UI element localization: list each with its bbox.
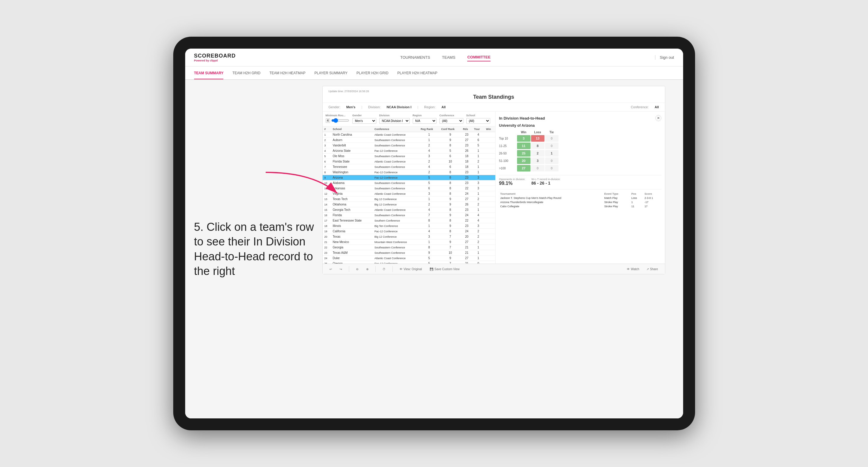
stats-row: Opponents in division: 99.1% W-L-T recor… xyxy=(499,175,661,186)
h2h-51100-loss: 3 xyxy=(531,157,545,164)
table-row[interactable]: 18 Illinois Big Ten Conference 1 9 23 3 xyxy=(322,223,495,229)
tab-team-summary[interactable]: TEAM SUMMARY xyxy=(194,67,224,79)
h2h-1125-tie: 0 xyxy=(545,143,558,149)
division-select-group: Division NCAA Division I xyxy=(379,114,410,124)
h2h-col-tie: Tie xyxy=(545,131,558,134)
record-stat: W-L-T record in-division: 86 - 26 - 1 xyxy=(531,178,561,186)
table-row[interactable]: 7 Tennessee Southeastern Conference 4 6 … xyxy=(322,164,495,170)
nav-teams[interactable]: TEAMS xyxy=(442,54,455,61)
table-row[interactable]: 2 Auburn Southeastern Conference 1 9 27 … xyxy=(322,137,495,143)
cell-win xyxy=(484,170,495,175)
cell-win xyxy=(484,148,495,154)
cell-win xyxy=(484,191,495,196)
min-rounds-group: Minimum Rou... 4 xyxy=(326,114,349,124)
table-row[interactable]: 20 Texas Big 12 Conference 3 7 20 2 xyxy=(322,234,495,240)
table-row[interactable]: 13 Texas Tech Big 12 Conference 1 9 27 2 xyxy=(322,196,495,202)
cell-rds: 18 xyxy=(461,159,472,164)
cell-rds: 20 xyxy=(461,234,472,240)
h2h-team-name: University of Arizona xyxy=(499,123,661,128)
conference-filter-label: Conference: xyxy=(631,105,649,109)
cell-win xyxy=(484,229,495,234)
cell-school: Texas A&M xyxy=(331,250,373,255)
view-original-button[interactable]: 👁 View: Original xyxy=(397,267,425,272)
save-custom-button[interactable]: 💾 Save Custom View xyxy=(427,267,462,272)
table-row[interactable]: 10 Alabama Southeastern Conference 5 8 2… xyxy=(322,180,495,186)
cell-conf-rank: 5 xyxy=(439,148,461,154)
cell-conference: Atlantic Coast Conference xyxy=(373,159,419,164)
col-tour: Tour xyxy=(472,126,484,132)
table-row[interactable]: 19 California Pac-12 Conference 4 8 24 2 xyxy=(322,229,495,234)
table-row[interactable]: 9 Arizona Pac-12 Conference 5 8 23 3 xyxy=(322,175,495,180)
share-button[interactable]: ↗ Share xyxy=(644,267,660,272)
region-filter-val: All xyxy=(442,105,446,109)
table-row[interactable]: 24 Duke Atlantic Coast Conference 5 9 27… xyxy=(322,255,495,261)
cell-rds: 23 xyxy=(461,170,472,175)
table-row[interactable]: 11 Arkansas Southeastern Conference 6 8 … xyxy=(322,186,495,191)
tab-team-h2h-grid[interactable]: TEAM H2H GRID xyxy=(232,67,260,79)
cell-tour: 2 xyxy=(472,240,484,245)
min-rounds-slider[interactable] xyxy=(331,118,349,123)
h2h-close-button[interactable]: ✕ xyxy=(655,115,661,121)
tab-player-h2h-grid[interactable]: PLAYER H2H GRID xyxy=(356,67,388,79)
zoom-in-button[interactable]: ⊕ xyxy=(364,267,371,272)
table-row[interactable]: 25 Oregon Pac-12 Conference 5 7 21 0 xyxy=(322,261,495,264)
cell-tour: 4 xyxy=(472,218,484,223)
cell-conference: Southeastern Conference xyxy=(373,245,419,250)
cell-rds: 22 xyxy=(461,186,472,191)
table-row[interactable]: 23 Texas A&M Southeastern Conference 9 1… xyxy=(322,250,495,255)
cell-reg-rank: 1 xyxy=(419,240,439,245)
cell-rds: 23 xyxy=(461,143,472,148)
cell-win xyxy=(484,180,495,186)
cell-conference: Atlantic Coast Conference xyxy=(373,132,419,137)
cell-tour: 2 xyxy=(472,202,484,207)
zoom-out-button[interactable]: ⊖ xyxy=(354,267,361,272)
table-row[interactable]: 15 Georgia Tech Atlantic Coast Conferenc… xyxy=(322,207,495,213)
table-row[interactable]: 5 Ole Miss Southeastern Conference 3 6 1… xyxy=(322,154,495,159)
table-row[interactable]: 12 Virginia Atlantic Coast Conference 3 … xyxy=(322,191,495,196)
tab-player-h2h-heatmap[interactable]: PLAYER H2H HEATMAP xyxy=(398,67,437,79)
col-rds: Rds xyxy=(461,126,472,132)
cell-rds: 24 xyxy=(461,229,472,234)
h2h-col-win: Win xyxy=(517,131,530,134)
school-select[interactable]: (All) xyxy=(466,118,490,124)
cell-conf-rank: 8 xyxy=(439,175,461,180)
sign-out[interactable]: Sign out xyxy=(655,55,674,60)
table-row[interactable]: 1 North Carolina Atlantic Coast Conferen… xyxy=(322,132,495,137)
redo-button[interactable]: ↪ xyxy=(337,267,344,272)
table-row[interactable]: 21 New Mexico Mountain West Conference 1… xyxy=(322,240,495,245)
table-row[interactable]: 17 East Tennessee State Southern Confere… xyxy=(322,218,495,223)
table-row[interactable]: 8 Washington Pac-12 Conference 2 8 23 1 xyxy=(322,170,495,175)
col-event-type: Event Type xyxy=(603,192,630,196)
col-score: Score xyxy=(644,192,661,196)
nav-committee[interactable]: COMMITTEE xyxy=(467,53,491,61)
h2h-row-100plus: >100 27 0 0 xyxy=(499,165,661,172)
table-row[interactable]: 6 Florida State Atlantic Coast Conferenc… xyxy=(322,159,495,164)
conference-select[interactable]: (All) xyxy=(439,118,463,124)
table-row[interactable]: 16 Florida Southeastern Conference 7 9 2… xyxy=(322,213,495,218)
region-select[interactable]: N/A xyxy=(413,118,437,124)
division-select-label: Division xyxy=(379,114,410,117)
gender-select[interactable]: Men's xyxy=(352,118,376,124)
table-row[interactable]: 14 Oklahoma Big 12 Conference 2 9 26 2 xyxy=(322,202,495,207)
cell-rds: 27 xyxy=(461,196,472,202)
division-select[interactable]: NCAA Division I xyxy=(379,118,410,124)
tab-player-summary[interactable]: PLAYER SUMMARY xyxy=(315,67,348,79)
cell-reg-rank: 3 xyxy=(419,154,439,159)
nav-tournaments[interactable]: TOURNAMENTS xyxy=(400,54,430,61)
time-button[interactable]: ⏱ xyxy=(380,267,388,272)
cell-conference: Big 12 Conference xyxy=(373,234,419,240)
tab-team-h2h-heatmap[interactable]: TEAM H2H HEATMAP xyxy=(269,67,305,79)
cell-conference: Big Ten Conference xyxy=(373,223,419,229)
conference-select-group: Conference (All) xyxy=(439,114,463,124)
cell-event-type: Stroke Play xyxy=(603,200,630,204)
watch-button[interactable]: 👁 Watch xyxy=(624,267,642,272)
table-row[interactable]: 22 Georgia Southeastern Conference 8 7 2… xyxy=(322,245,495,250)
h2h-51100-win: 20 xyxy=(517,157,530,164)
cell-rds: 21 xyxy=(461,261,472,264)
tournament-row: Arizona Thunderbirds Intercollegiate Str… xyxy=(499,200,661,204)
cell-school: New Mexico xyxy=(331,240,373,245)
col-pos: Pos xyxy=(630,192,643,196)
cell-tour: 1 xyxy=(472,207,484,213)
table-row[interactable]: 3 Vanderbilt Southeastern Conference 2 8… xyxy=(322,143,495,148)
table-row[interactable]: 4 Arizona State Pac-12 Conference 4 5 26… xyxy=(322,148,495,154)
